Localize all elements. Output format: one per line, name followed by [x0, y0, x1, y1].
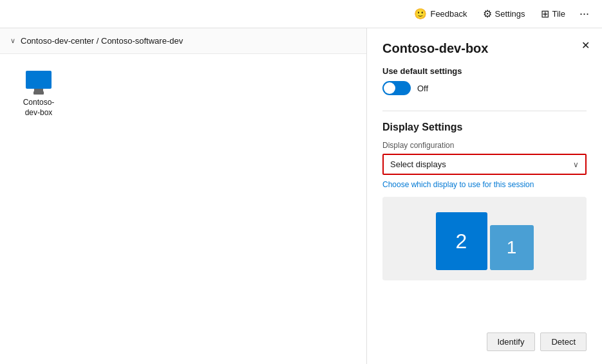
detect-button[interactable]: Detect	[540, 332, 587, 351]
panel-title: Contoso-dev-box	[382, 41, 566, 56]
settings-label: Settings	[495, 9, 525, 19]
breadcrumb: ∨ Contoso-dev-center / Contoso-software-…	[0, 28, 366, 54]
hint-text: Choose which display to use for this ses…	[382, 180, 587, 189]
left-panel: ∨ Contoso-dev-center / Contoso-software-…	[0, 28, 367, 364]
tile-button[interactable]: ⊞ Tile	[534, 5, 572, 23]
devbox-icon	[23, 69, 54, 95]
default-toggle[interactable]	[382, 81, 411, 95]
gear-icon: ⚙	[483, 8, 492, 20]
display-settings-title: Display Settings	[382, 122, 587, 133]
toggle-thumb	[384, 82, 395, 94]
select-displays[interactable]: Select displays	[384, 155, 585, 174]
right-panel: ✕ Contoso-dev-box Use default settings O…	[367, 28, 602, 364]
tile-label: Tile	[552, 9, 565, 19]
close-icon: ✕	[581, 39, 590, 51]
divider	[382, 111, 587, 111]
feedback-button[interactable]: 🙂 Feedback	[408, 5, 473, 23]
monitor-screen-shape	[26, 71, 52, 89]
use-default-group: Use default settings Off	[382, 66, 587, 95]
panel-footer: Identify Detect	[382, 327, 587, 351]
topbar: 🙂 Feedback ⚙ Settings ⊞ Tile ···	[0, 0, 602, 28]
panel-close-button[interactable]: ✕	[576, 36, 594, 54]
monitor-1-label: 1	[507, 237, 517, 258]
identify-button[interactable]: Identify	[487, 332, 536, 351]
feedback-icon: 🙂	[414, 8, 427, 20]
main-layout: ∨ Contoso-dev-center / Contoso-software-…	[0, 28, 602, 364]
settings-button[interactable]: ⚙ Settings	[476, 5, 532, 23]
toggle-row: Off	[382, 81, 587, 95]
monitor-2-label: 2	[456, 230, 467, 253]
use-default-label: Use default settings	[382, 66, 587, 76]
select-wrapper: Select displays ∨	[382, 154, 587, 175]
display-preview: 2 1	[382, 197, 587, 280]
monitor-2: 2	[436, 212, 487, 270]
toggle-state-label: Off	[417, 84, 428, 93]
content-area: Contoso- dev-box	[0, 54, 366, 364]
tile-icon: ⊞	[541, 8, 549, 20]
devbox-item[interactable]: Contoso- dev-box	[13, 69, 64, 118]
devbox-label: Contoso- dev-box	[23, 98, 55, 118]
display-config-label: Display configuration	[382, 141, 587, 150]
monitor-1: 1	[490, 225, 534, 270]
more-icon: ···	[579, 7, 589, 21]
more-button[interactable]: ···	[574, 5, 594, 23]
feedback-label: Feedback	[430, 9, 467, 19]
breadcrumb-expand-icon[interactable]: ∨	[10, 37, 15, 45]
breadcrumb-path: Contoso-dev-center / Contoso-software-de…	[21, 36, 183, 46]
